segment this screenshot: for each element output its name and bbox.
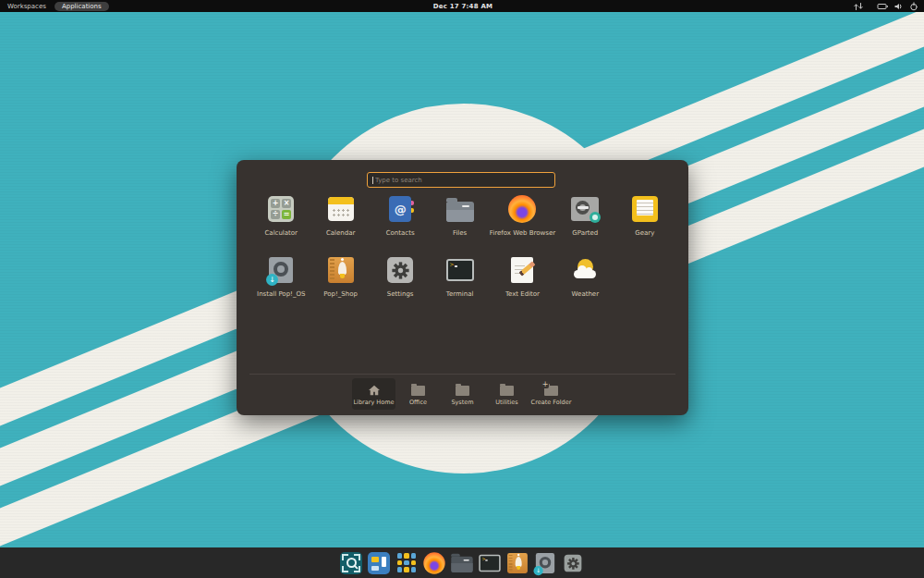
- category-label: Utilities: [495, 399, 517, 406]
- app-calculator[interactable]: +×÷= Calculator: [251, 193, 310, 254]
- pop-launcher-icon: [340, 552, 362, 574]
- calculator-icon: +×÷=: [268, 196, 294, 222]
- category-create-folder[interactable]: Create Folder: [529, 378, 573, 410]
- dock-settings[interactable]: [562, 551, 584, 575]
- new-folder-icon: [544, 386, 558, 396]
- category-office[interactable]: Office: [396, 378, 440, 410]
- app-label: Install Pop!_OS: [257, 290, 305, 298]
- calendar-icon: [328, 197, 354, 221]
- app-label: Calculator: [264, 229, 298, 237]
- folder-icon: [411, 386, 425, 396]
- network-icon: [853, 2, 864, 11]
- app-label: Terminal: [446, 290, 474, 298]
- dock-files[interactable]: [451, 551, 473, 575]
- app-firefox[interactable]: Firefox Web Browser: [490, 193, 555, 254]
- category-label: System: [451, 399, 473, 406]
- text-editor-icon: [511, 257, 533, 283]
- dock-firefox[interactable]: [423, 551, 445, 575]
- files-icon: [446, 202, 474, 222]
- category-library-home[interactable]: Library Home: [352, 378, 395, 410]
- app-files[interactable]: Files: [430, 193, 489, 254]
- category-label: Create Folder: [531, 399, 572, 406]
- firefox-icon: [423, 552, 444, 573]
- settings-icon: [565, 554, 582, 572]
- volume-icon: [894, 2, 904, 11]
- desktop: Workspaces Applications Dec 17 7:48 AM: [0, 0, 924, 578]
- settings-icon: [387, 257, 413, 283]
- terminal-icon: [479, 554, 500, 572]
- folder-icon: [456, 386, 469, 396]
- app-calendar[interactable]: Calendar: [310, 193, 370, 254]
- category-system[interactable]: System: [441, 378, 484, 410]
- folder-icon: [500, 386, 514, 396]
- app-geary[interactable]: Geary: [615, 193, 675, 254]
- workspaces-menu[interactable]: Workspaces: [7, 3, 46, 10]
- power-icon: [909, 2, 918, 11]
- app-gparted[interactable]: GParted: [555, 193, 614, 254]
- dock: ↓: [0, 547, 924, 578]
- app-contacts[interactable]: @ Contacts: [371, 193, 430, 254]
- dock-pop-launcher[interactable]: [340, 551, 362, 575]
- app-label: Contacts: [386, 229, 415, 237]
- app-label: GParted: [572, 229, 598, 237]
- app-label: Weather: [572, 290, 599, 298]
- contacts-icon: @: [389, 196, 411, 222]
- clock[interactable]: Dec 17 7:48 AM: [433, 3, 492, 10]
- pop-shop-icon: [507, 553, 528, 573]
- search-box[interactable]: [367, 172, 555, 188]
- category-label: Library Home: [354, 399, 395, 406]
- dock-pop-shop[interactable]: [506, 551, 529, 575]
- category-label: Office: [409, 399, 427, 406]
- app-settings[interactable]: Settings: [371, 254, 430, 315]
- geary-icon: [632, 196, 658, 222]
- applications-menu[interactable]: Applications: [55, 2, 109, 11]
- install-pop-os-icon: ↓: [269, 257, 293, 283]
- app-grid-icon: [397, 553, 417, 572]
- app-label: Text Editor: [505, 290, 540, 298]
- app-weather[interactable]: Weather: [555, 254, 614, 315]
- app-label: Settings: [387, 290, 414, 298]
- dock-applications[interactable]: [395, 551, 418, 575]
- top-bar: Workspaces Applications Dec 17 7:48 AM: [0, 0, 924, 12]
- dock-install-pop-os[interactable]: ↓: [534, 551, 556, 575]
- battery-icon: [877, 2, 888, 11]
- weather-icon: [571, 257, 599, 283]
- search-input[interactable]: [368, 173, 554, 187]
- terminal-icon: [446, 259, 474, 281]
- dock-terminal[interactable]: [479, 551, 501, 575]
- launcher-divider: [249, 374, 675, 375]
- category-bar: Library Home Office System Utilities Cre…: [237, 378, 688, 410]
- firefox-icon: [508, 195, 536, 223]
- gparted-icon: [571, 197, 599, 221]
- app-install-pop-os[interactable]: ↓ Install Pop!_OS: [251, 254, 310, 315]
- app-text-editor[interactable]: Text Editor: [490, 254, 555, 315]
- files-icon: [451, 557, 472, 572]
- system-status-area[interactable]: [492, 2, 924, 11]
- install-pop-os-icon: ↓: [536, 553, 554, 573]
- dock-workspaces[interactable]: [368, 551, 390, 575]
- home-icon: [368, 382, 381, 396]
- app-launcher-panel: +×÷= Calculator Calendar @ Contacts File…: [237, 160, 688, 415]
- app-grid: +×÷= Calculator Calendar @ Contacts File…: [251, 193, 675, 315]
- app-pop-shop[interactable]: Pop!_Shop: [310, 254, 370, 315]
- app-label: Pop!_Shop: [323, 290, 358, 298]
- pop-shop-icon: [328, 257, 354, 283]
- category-utilities[interactable]: Utilities: [485, 378, 529, 410]
- app-terminal[interactable]: Terminal: [430, 254, 489, 315]
- app-label: Geary: [635, 229, 654, 237]
- app-label: Files: [453, 229, 467, 237]
- app-label: Calendar: [326, 229, 355, 237]
- app-label: Firefox Web Browser: [490, 229, 555, 237]
- workspaces-icon: [368, 552, 390, 574]
